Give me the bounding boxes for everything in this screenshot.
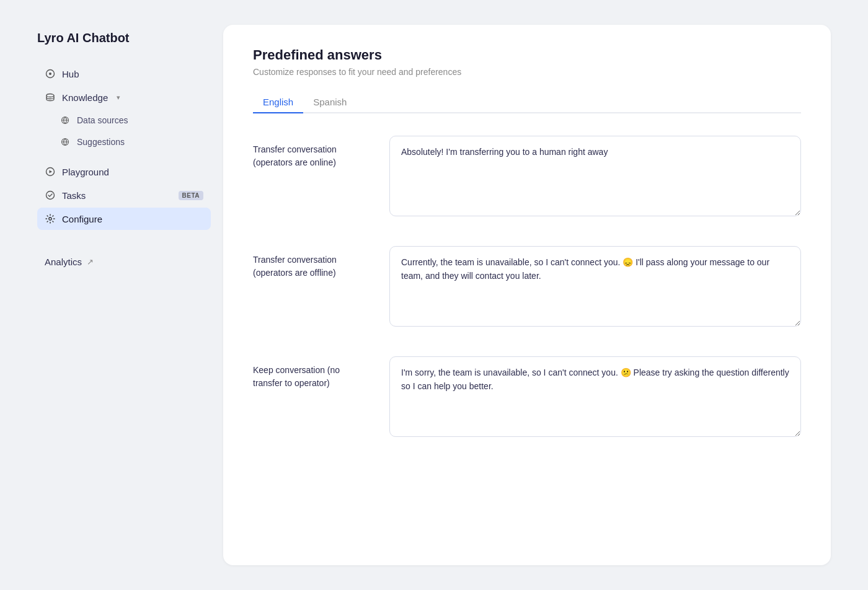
knowledge-chevron-icon: ▾ [117, 94, 120, 102]
app-title: Lyro AI Chatbot [37, 31, 211, 45]
svg-point-7 [46, 192, 55, 200]
answer-label-keep-conversation: Keep conversation (notransfer to operato… [253, 356, 365, 390]
svg-point-8 [49, 218, 51, 220]
sidebar-item-data-sources-label: Data sources [77, 115, 128, 125]
answer-textarea-transfer-offline[interactable]: Currently, the team is unavailable, so I… [389, 246, 801, 327]
tab-spanish[interactable]: Spanish [303, 92, 356, 113]
configure-icon [45, 213, 56, 224]
svg-point-1 [49, 73, 51, 75]
sidebar: Lyro AI Chatbot Hub Knowledge ▾ [37, 25, 211, 565]
page-subtitle: Customize responses to fit your need and… [253, 67, 801, 77]
sidebar-item-hub[interactable]: Hub [37, 63, 211, 85]
main-content: Predefined answers Customize responses t… [223, 25, 831, 565]
sidebar-item-analytics[interactable]: Analytics ↗ [37, 251, 211, 273]
hub-icon [45, 68, 56, 79]
suggestions-icon [60, 136, 71, 148]
sidebar-item-playground-label: Playground [62, 167, 109, 177]
tasks-icon [45, 190, 56, 201]
tab-english[interactable]: English [253, 92, 303, 113]
answer-label-transfer-online: Transfer conversation(operators are onli… [253, 136, 365, 169]
sidebar-item-knowledge[interactable]: Knowledge ▾ [37, 86, 211, 108]
external-link-icon: ↗ [87, 257, 94, 266]
sidebar-item-tasks[interactable]: Tasks BETA [37, 184, 211, 206]
sidebar-item-configure[interactable]: Configure [37, 208, 211, 230]
answer-label-transfer-offline: Transfer conversation(operators are offl… [253, 246, 365, 280]
svg-point-2 [46, 94, 54, 97]
sidebar-item-suggestions[interactable]: Suggestions [37, 131, 211, 152]
page-title: Predefined answers [253, 47, 801, 63]
language-tabs: English Spanish [253, 92, 801, 113]
answer-textarea-transfer-online[interactable]: Absolutely! I'm transferring you to a hu… [389, 136, 801, 216]
analytics-label: Analytics [45, 257, 82, 267]
sidebar-item-suggestions-label: Suggestions [77, 137, 125, 147]
playground-icon [45, 166, 56, 177]
sidebar-item-knowledge-label: Knowledge [62, 92, 108, 103]
sidebar-item-tasks-label: Tasks [62, 190, 86, 201]
sidebar-item-playground[interactable]: Playground [37, 161, 211, 183]
knowledge-icon [45, 92, 56, 103]
tasks-badge: BETA [179, 191, 203, 200]
svg-marker-6 [50, 170, 53, 174]
answer-block-keep-conversation: Keep conversation (notransfer to operato… [253, 356, 801, 437]
data-sources-icon [60, 115, 71, 126]
answer-block-transfer-online: Transfer conversation(operators are onli… [253, 136, 801, 216]
sidebar-item-hub-label: Hub [62, 69, 79, 79]
sidebar-item-configure-label: Configure [62, 214, 102, 224]
answer-textarea-keep-conversation[interactable]: I'm sorry, the team is unavailable, so I… [389, 356, 801, 437]
answer-block-transfer-offline: Transfer conversation(operators are offl… [253, 246, 801, 327]
sidebar-item-data-sources[interactable]: Data sources [37, 110, 211, 131]
